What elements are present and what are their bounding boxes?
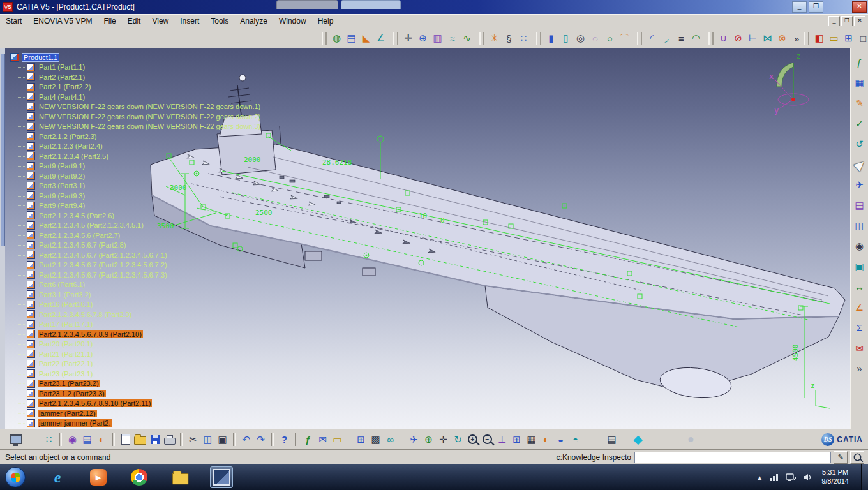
undo-icon[interactable]: ↶ xyxy=(239,432,253,447)
cut-icon[interactable]: ✂ xyxy=(186,432,200,447)
save-icon[interactable] xyxy=(147,432,162,447)
shading-icon[interactable]: ◐ xyxy=(539,432,553,447)
tray-network-icon[interactable] xyxy=(786,473,796,481)
toolbar-overflow-icon[interactable]: » xyxy=(852,361,867,376)
tree-item[interactable]: Part2.1.2.3.4.5.6.7 (Part2.1.2.3.4.5.6.7… xyxy=(8,270,249,280)
tree-item[interactable]: Part2.1.2.3 (Part2.4) xyxy=(8,142,249,152)
axis-system-icon[interactable]: ✛ xyxy=(401,31,415,46)
measure-between-icon[interactable]: ↔ xyxy=(852,279,867,294)
restore-button[interactable]: ❐ xyxy=(809,1,823,13)
snap-grid-icon[interactable]: ⊞ xyxy=(841,31,856,46)
tree-item[interactable]: Part20 (Part20.1) xyxy=(8,339,249,350)
tree-item[interactable]: Part2.1.2.3.4.5.6 (Part2.7) xyxy=(8,230,249,241)
pattern-icon[interactable]: ∷ xyxy=(516,31,531,46)
grid-snap-icon[interactable]: ⊞ xyxy=(354,432,368,447)
tree-item[interactable]: Part2.1.2.3.4.5.6.7 (Part2.8) xyxy=(8,241,249,251)
tray-expand-icon[interactable]: ▲ xyxy=(756,474,763,481)
knowledge-edit-icon[interactable]: ✎ xyxy=(834,451,848,464)
trim-icon[interactable]: ⊢ xyxy=(745,31,760,46)
album-icon[interactable]: ▤ xyxy=(80,432,94,447)
rule-editor-icon[interactable]: ✎ xyxy=(852,96,867,110)
photo-icon[interactable]: ◉ xyxy=(852,239,867,253)
tree-item[interactable]: NEW VERSION F-22 gears down (NEW VERSION… xyxy=(8,122,249,132)
menu-insert[interactable]: Insert xyxy=(174,15,205,27)
mass-properties-icon[interactable]: Σ xyxy=(852,320,867,335)
menu-enovia[interactable]: ENOVIA V5 VPM xyxy=(27,15,98,27)
sew-surface-icon[interactable]: ⋈ xyxy=(760,31,775,46)
tree-item[interactable]: Part2.1.2.3.4.5.6.7 (Part2.1.2.3.4.5.6.7… xyxy=(8,260,249,271)
check-icon[interactable]: ✓ xyxy=(852,116,867,131)
round-icon[interactable]: ◞ xyxy=(659,31,674,46)
show-desktop-button[interactable] xyxy=(861,464,868,490)
open-icon[interactable] xyxy=(133,432,147,447)
taskbar-photo-viewer-button[interactable] xyxy=(210,466,233,488)
mdi-close-button[interactable]: ✕ xyxy=(854,16,865,26)
prism-icon[interactable]: ◆ xyxy=(631,432,645,447)
tree-item[interactable]: Part23.1.2 (Part23.3) xyxy=(8,389,249,399)
chamfer-icon[interactable]: ◣ xyxy=(359,31,373,46)
rotate-icon[interactable]: ↻ xyxy=(451,432,465,447)
tree-item[interactable]: NEW VERSION F-22 gears down (NEW VERSION… xyxy=(8,112,249,122)
tree-item[interactable]: Part6 (Part6.1) xyxy=(8,280,249,290)
taskbar-clock[interactable]: 5:31 PM 9/8/2014 xyxy=(821,468,849,486)
menu-edit[interactable]: Edit xyxy=(122,15,147,27)
toolbar-handle[interactable] xyxy=(536,32,541,45)
toolbar-handle[interactable] xyxy=(804,32,809,45)
tree-item[interactable]: Part2.1.2.3.4.5 (Part2.6) xyxy=(8,211,249,221)
close-surface-icon[interactable]: ⊗ xyxy=(775,31,789,46)
copy-icon[interactable]: ◫ xyxy=(200,432,215,447)
reaction-icon[interactable]: ↺ xyxy=(852,137,867,151)
tree-item[interactable]: Part1 (Part1.1) xyxy=(8,63,249,73)
zoom-in-icon[interactable]: + xyxy=(465,432,480,447)
toolbar-handle[interactable] xyxy=(322,32,327,45)
tree-item[interactable]: Part9 (Part9.2) xyxy=(8,171,249,181)
zoom-out-icon[interactable]: − xyxy=(480,432,495,447)
shell-icon[interactable]: ◠ xyxy=(689,31,703,46)
toolbar-handle[interactable] xyxy=(479,32,484,45)
tree-item[interactable]: NEW VERSION F-22 gears down (NEW VERSION… xyxy=(8,102,249,112)
links-icon[interactable]: ∞ xyxy=(383,432,398,447)
catalog-icon[interactable]: ▤ xyxy=(852,198,867,212)
taskbar-explorer-icon[interactable] xyxy=(169,467,191,487)
spring-icon[interactable]: § xyxy=(502,31,516,46)
fly-icon[interactable]: ✈ xyxy=(407,432,421,447)
tree-item[interactable]: Part23.1 (Part23.2) xyxy=(8,379,249,389)
hide-show-icon[interactable]: ◒ xyxy=(553,432,568,447)
tree-item[interactable]: jammer jammer (Part2. xyxy=(8,419,249,429)
mdi-restore-button[interactable]: ❐ xyxy=(841,16,853,26)
tree-item[interactable]: Part22 (Part22.1) xyxy=(8,359,249,369)
tree-item[interactable]: Part2.1.2.3.4.5.6.7.8.9.10 (Part2.11) xyxy=(8,399,249,409)
minimize-button[interactable]: _ xyxy=(792,1,807,13)
tree-item[interactable]: Part2 (Part2.1) xyxy=(8,72,249,82)
tree-item[interactable]: Part4 (Part4.1) xyxy=(8,92,249,102)
tree-item[interactable]: Part23 (Part23.1) xyxy=(8,369,249,379)
toolbar-handle[interactable] xyxy=(393,32,398,45)
tree-item[interactable]: jammer (Part2.12) xyxy=(8,408,249,419)
tree-scrollbar-thumb[interactable] xyxy=(1,54,5,246)
tree-item[interactable]: Part2.1.2.3.4.5.6.7.8.9 (Part2.10) xyxy=(8,329,249,339)
select-arrow-icon[interactable]: ▶ xyxy=(849,154,868,174)
whats-this-icon[interactable]: ? xyxy=(277,432,292,447)
annotation-icon[interactable]: ✉ xyxy=(852,341,867,355)
knowledge-formula-icon[interactable]: ƒ xyxy=(301,432,315,447)
menu-file[interactable]: File xyxy=(98,15,121,27)
menu-window[interactable]: Window xyxy=(273,15,312,27)
print-icon[interactable] xyxy=(162,432,177,447)
draft-angle-icon[interactable]: ∠ xyxy=(373,31,388,46)
tree-item[interactable]: Part2.1.2.3.4 (Part2.5) xyxy=(8,151,249,161)
tree-item[interactable]: Part16 (Part16.1) xyxy=(8,300,249,310)
tree-root-product[interactable]: Product1.1 xyxy=(8,52,249,63)
menu-start[interactable]: Start xyxy=(0,15,27,27)
sweep-icon[interactable]: ∿ xyxy=(460,31,474,46)
tree-item[interactable]: Part3.1 (Part3.2) xyxy=(8,290,249,300)
sphere-icon[interactable]: ● xyxy=(684,432,698,447)
comment-icon[interactable]: ✉ xyxy=(315,432,330,447)
tree-item[interactable]: Part2.1.2.3.4.5.6.7 (Part2.1.2.3.4.5.6.7… xyxy=(8,250,249,260)
screen-capture-icon[interactable] xyxy=(9,432,24,447)
attach-icon[interactable]: ⊕ xyxy=(415,31,430,46)
ruler-icon[interactable]: ▭ xyxy=(827,31,841,46)
fit-all-icon[interactable]: ⊕ xyxy=(421,432,436,447)
paste-icon[interactable]: ▣ xyxy=(215,432,230,447)
pocket-icon[interactable]: ▯ xyxy=(558,31,573,46)
toolbar-handle[interactable] xyxy=(637,32,642,45)
